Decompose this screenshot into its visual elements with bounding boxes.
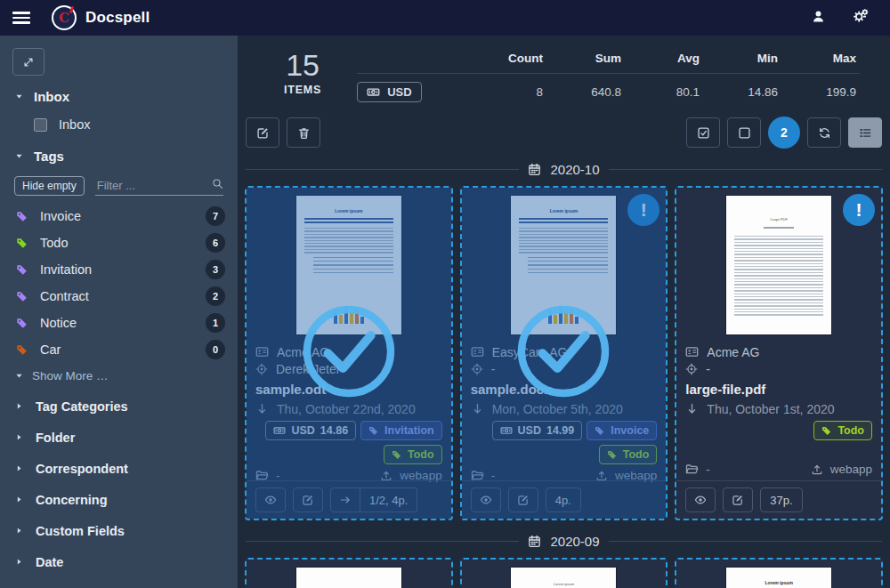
expand-sidebar-button[interactable]: [12, 48, 44, 76]
section-tags-header[interactable]: Tags: [0, 139, 238, 172]
stats-value: 80.1: [625, 85, 703, 99]
stats-value: 14.86: [703, 85, 781, 99]
sidebar-tag-contract[interactable]: Contract2: [0, 283, 238, 310]
upload-icon: [811, 463, 823, 476]
sidebar-tag-invoice[interactable]: Invoice7: [0, 203, 238, 230]
item-preview[interactable]: Keywords in PDF: [247, 560, 451, 588]
stats-header: Max: [781, 52, 860, 65]
sidebar-tag-notice[interactable]: Notice1: [0, 310, 238, 336]
item-card[interactable]: Lorem ipsumAcme AGDerek Jetersample.odtT…: [245, 186, 453, 520]
edit-selected-button[interactable]: [246, 117, 279, 148]
sidebar-section-correspondent[interactable]: Correspondent: [0, 453, 238, 484]
square-icon: [738, 126, 751, 140]
edit-icon: [256, 126, 270, 140]
crosshair-icon: [685, 363, 698, 375]
correspondent-name: Acme AG: [707, 345, 759, 359]
item-card[interactable]: Large PDFAcme AG-large-file.pdfThu, Octo…: [675, 186, 883, 520]
address-card-icon: [685, 345, 699, 358]
sidebar-tag-invitation[interactable]: Invitation3: [0, 256, 238, 283]
tag-count-badge: 7: [206, 206, 225, 226]
tag-badge-todo[interactable]: Todo: [813, 421, 872, 440]
caret-down-icon: [14, 371, 24, 381]
tag-count-badge: 3: [206, 260, 225, 279]
tag-count-badge: 1: [206, 313, 225, 333]
show-more-tags[interactable]: Show More …: [0, 363, 238, 391]
list-view-button[interactable]: [848, 117, 882, 148]
deselect-all-button[interactable]: [727, 117, 761, 148]
item-date: Thu, October 1st, 2020: [707, 402, 834, 416]
search-icon: [212, 178, 223, 189]
card-grid: Keywords in PDFLorem ipsumLorem ipsum: [245, 558, 883, 588]
sidebar-section-folder[interactable]: Folder: [0, 422, 238, 453]
sidebar-section-concerning[interactable]: Concerning: [0, 484, 238, 515]
document-page: Keywords in PDF: [296, 568, 401, 588]
selected-count-badge: 2: [768, 117, 800, 149]
section-label: Concerning: [36, 493, 108, 507]
section-label: Correspondent: [36, 462, 128, 476]
concerning-name: -: [706, 362, 710, 376]
tag-icon: [16, 290, 28, 302]
warning-badge: !: [843, 194, 875, 226]
item-card[interactable]: Keywords in PDF: [245, 558, 453, 588]
arrow-down-icon: [685, 402, 699, 415]
user-icon[interactable]: [811, 9, 826, 28]
date-divider: 2020-10: [246, 162, 882, 177]
inbox-filter-item[interactable]: Inbox: [0, 112, 238, 139]
eye-icon: [694, 494, 707, 506]
inbox-checkbox[interactable]: [34, 118, 47, 132]
edit-item-button[interactable]: [723, 487, 753, 512]
item-card[interactable]: Lorem ipsum: [460, 558, 668, 588]
sidebar-tag-todo[interactable]: Todo6: [0, 230, 238, 256]
document-page: Large PDF: [726, 196, 831, 334]
money-icon: [367, 85, 380, 99]
caret-right-icon: [14, 432, 24, 442]
section-label: Tag Categories: [36, 399, 128, 414]
sidebar-section-tag-categories[interactable]: Tag Categories: [0, 391, 238, 422]
preview-title: Large PDF: [734, 217, 823, 222]
hide-empty-button[interactable]: Hide empty: [14, 176, 85, 196]
date-divider-label: 2020-10: [550, 162, 599, 177]
tag-filter: [95, 175, 223, 196]
currency-stats-table: CountSumAvgMinMax USD8640.880.114.86199.…: [357, 52, 860, 102]
docspell-logo-icon: C: [52, 5, 77, 30]
delete-selected-button[interactable]: [287, 117, 320, 148]
menu-icon[interactable]: [12, 12, 30, 24]
item-preview[interactable]: Lorem ipsum: [676, 560, 881, 588]
section-inbox-header[interactable]: Inbox: [0, 79, 238, 112]
section-label: Custom Fields: [36, 524, 125, 538]
items-count-block: 15 ITEMS: [284, 50, 321, 96]
items-toolbar: 2: [245, 117, 883, 149]
preview-title: Lorem ipsum: [734, 580, 823, 585]
tag-filter-input[interactable]: [95, 178, 212, 193]
tag-name: Notice: [40, 316, 194, 330]
cogs-icon[interactable]: [853, 8, 869, 28]
item-title[interactable]: large-file.pdf: [685, 382, 872, 397]
calendar-icon: [528, 163, 541, 176]
select-all-button[interactable]: [686, 117, 720, 148]
concerning-row: -: [685, 360, 872, 377]
stats-header: Sum: [546, 52, 625, 65]
edit-icon: [732, 494, 744, 506]
caret-right-icon: [14, 463, 24, 473]
items-count-label: ITEMS: [284, 84, 321, 96]
folder-icon: [685, 463, 699, 476]
brand[interactable]: C Docspell: [52, 5, 150, 30]
tag-name: Todo: [40, 236, 194, 250]
tag-count-badge: 0: [206, 340, 225, 359]
sidebar-tag-car[interactable]: Car0: [0, 336, 238, 363]
badge-area: Todo: [685, 417, 872, 460]
currency-badge: USD: [357, 82, 421, 102]
item-preview[interactable]: Lorem ipsum: [462, 560, 667, 588]
sidebar-section-due-date[interactable]: Due Date: [0, 577, 238, 588]
sidebar-section-custom-fields[interactable]: Custom Fields: [0, 515, 238, 546]
expand-icon: [22, 56, 35, 68]
section-label: Folder: [36, 431, 75, 445]
item-card[interactable]: Lorem ipsum: [675, 558, 883, 588]
section-label: Tags: [34, 149, 64, 164]
item-card[interactable]: Lorem ipsumEasyCare AG-sample.docxMon, O…: [460, 186, 668, 520]
sidebar-section-date[interactable]: Date: [0, 546, 238, 577]
preview-item-button[interactable]: [685, 487, 716, 512]
caret-right-icon: [14, 495, 24, 504]
preview-title: Lorem ipsum: [519, 582, 608, 586]
refresh-button[interactable]: [807, 117, 841, 148]
